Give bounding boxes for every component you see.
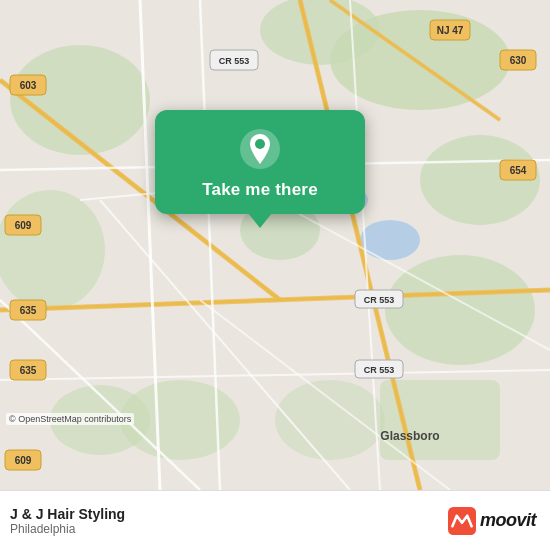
map-container: 603 NJ 47 CR 553 630 654 609 635 635 CR … xyxy=(0,0,550,490)
svg-point-9 xyxy=(275,380,385,460)
bottom-bar: J & J Hair Styling Philadelphia moovit xyxy=(0,490,550,550)
navigation-popup: Take me there xyxy=(155,110,365,214)
svg-text:Glassboro: Glassboro xyxy=(380,429,439,443)
place-name: J & J Hair Styling xyxy=(10,506,125,522)
svg-text:654: 654 xyxy=(510,165,527,176)
moovit-logo: moovit xyxy=(448,507,536,535)
moovit-text: moovit xyxy=(480,510,536,531)
svg-point-4 xyxy=(10,45,150,155)
location-pin-icon xyxy=(239,128,281,170)
svg-text:635: 635 xyxy=(20,305,37,316)
svg-point-56 xyxy=(255,139,265,149)
svg-text:630: 630 xyxy=(510,55,527,66)
svg-text:CR 553: CR 553 xyxy=(364,365,395,375)
svg-text:NJ 47: NJ 47 xyxy=(437,25,464,36)
svg-text:CR 553: CR 553 xyxy=(364,295,395,305)
take-me-there-button[interactable]: Take me there xyxy=(202,180,318,200)
svg-point-5 xyxy=(0,190,105,310)
svg-point-6 xyxy=(385,255,535,365)
svg-text:609: 609 xyxy=(15,220,32,231)
svg-point-12 xyxy=(360,220,420,260)
svg-text:603: 603 xyxy=(20,80,37,91)
place-city: Philadelphia xyxy=(10,522,125,536)
app-info: J & J Hair Styling Philadelphia xyxy=(10,506,125,536)
svg-text:CR 553: CR 553 xyxy=(219,56,250,66)
moovit-icon xyxy=(448,507,476,535)
svg-text:635: 635 xyxy=(20,365,37,376)
copyright-text: © OpenStreetMap contributors xyxy=(6,413,134,425)
svg-text:609: 609 xyxy=(15,455,32,466)
